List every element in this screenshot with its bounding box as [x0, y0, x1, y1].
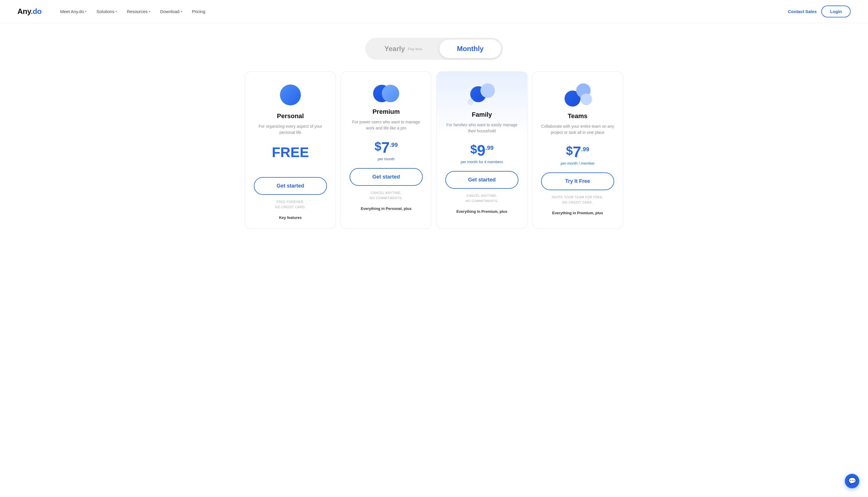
teams-period: per month / member [560, 161, 594, 166]
pricing-card-teams: Teams Collaborate with your entire team … [532, 71, 623, 229]
plan-name-teams: Teams [568, 112, 587, 120]
family-key-features: Everything in Premium, plus [456, 209, 507, 214]
plan-price-premium: $ 7 .99 [374, 140, 398, 155]
billing-yearly-option[interactable]: Yearly Pay less [367, 40, 440, 58]
nav-download[interactable]: Download ▾ [156, 7, 186, 16]
logo[interactable]: Any.do [17, 7, 42, 16]
personal-plan-note: FREE FOREVER.NO CREDIT CARD. [275, 199, 306, 210]
teams-cta-button[interactable]: Try It Free [541, 172, 614, 190]
plan-price-family: $ 9 .99 [470, 143, 494, 158]
pricing-card-personal: Personal For organizing every aspect of … [245, 71, 336, 229]
nav-resources[interactable]: Resources ▾ [123, 7, 155, 16]
plan-icon-personal [279, 83, 302, 106]
login-button[interactable]: Login [821, 5, 851, 17]
plan-desc-personal: For organizing every aspect of your pers… [254, 123, 327, 139]
nav-meet-anydo[interactable]: Meet Any.do ▾ [56, 7, 90, 16]
teams-key-features: Everything in Premium, plus [552, 211, 603, 215]
premium-cta-button[interactable]: Get started [350, 168, 423, 186]
premium-key-features: Everything in Personal, plus [361, 207, 412, 211]
plan-price-teams: $ 7 .99 [566, 144, 589, 159]
logo-dot: .do [31, 7, 42, 16]
family-plan-note: CANCEL ANYTIME.NO COMMITMENTS. [465, 193, 498, 203]
nav-links: Meet Any.do ▾ Solutions ▾ Resources ▾ Do… [56, 7, 788, 16]
premium-plan-note: CANCEL ANYTIME.NO COMMITMENTS. [370, 190, 402, 201]
plan-icon-premium [373, 83, 399, 102]
navbar: Any.do Meet Any.do ▾ Solutions ▾ Resourc… [0, 0, 868, 23]
nav-solutions[interactable]: Solutions ▾ [92, 7, 121, 16]
plan-desc-teams: Collaborate with your entire team on any… [541, 123, 614, 139]
billing-toggle-wrapper: Yearly Pay less Monthly [0, 38, 868, 60]
nav-pricing[interactable]: Pricing [188, 7, 209, 16]
plan-desc-premium: For power users who want to manage work … [350, 119, 423, 134]
billing-toggle: Yearly Pay less Monthly [365, 38, 503, 60]
personal-cta-button[interactable]: Get started [254, 177, 327, 195]
teams-plan-note: INVITE YOUR TEAM FOR FREE.NO CREDIT CARD… [552, 195, 603, 205]
nav-actions: Contact Sales Login [788, 5, 851, 17]
plan-name-personal: Personal [277, 112, 304, 120]
plan-desc-family: For families who want to easily manage t… [445, 122, 518, 137]
plan-name-premium: Premium [372, 108, 400, 115]
personal-key-features: Key features [279, 215, 302, 220]
pricing-card-family: Family For families who want to easily m… [436, 71, 527, 229]
contact-sales-link[interactable]: Contact Sales [788, 9, 816, 14]
billing-monthly-option[interactable]: Monthly [440, 40, 501, 58]
family-cta-button[interactable]: Get started [445, 171, 518, 189]
plan-name-family: Family [472, 111, 492, 118]
pricing-section: Personal For organizing every aspect of … [231, 71, 637, 246]
chevron-down-icon: ▾ [116, 10, 117, 13]
premium-period: per month [378, 157, 395, 161]
plan-price-personal: FREE [272, 144, 309, 160]
family-period: per month for 4 members [461, 160, 503, 164]
plan-icon-teams [563, 83, 592, 106]
plan-icon-family [467, 83, 496, 105]
chevron-down-icon: ▾ [149, 10, 150, 13]
pricing-card-premium: Premium For power users who want to mana… [341, 71, 432, 229]
chevron-down-icon: ▾ [85, 10, 86, 13]
chevron-down-icon: ▾ [181, 10, 182, 13]
